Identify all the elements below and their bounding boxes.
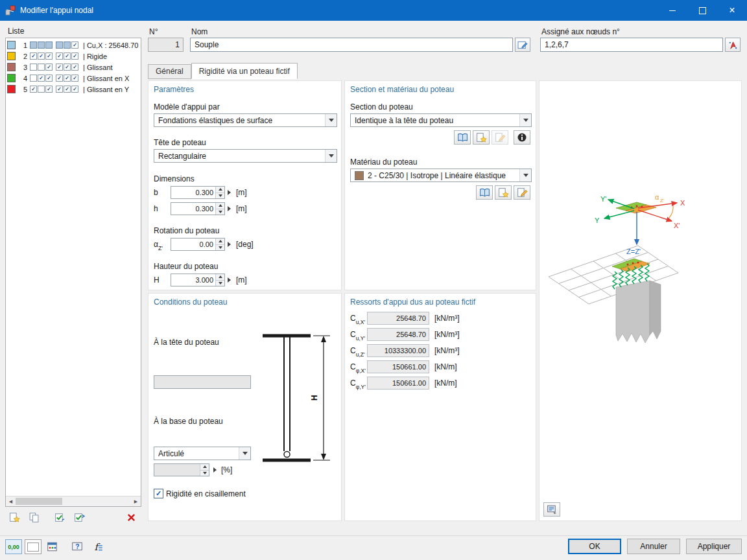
maximize-button[interactable] — [687, 0, 717, 21]
chevron-down-icon[interactable] — [239, 447, 250, 460]
cancel-button[interactable]: Annuler — [627, 539, 680, 554]
column-section-combo[interactable]: Identique à la tête du poteau — [350, 113, 532, 127]
dim-h-input[interactable]: 0.300 — [171, 202, 225, 215]
ok-button[interactable]: OK — [568, 539, 621, 554]
dof-mark — [38, 64, 45, 71]
column-base-combo[interactable]: Articulé — [154, 447, 251, 460]
help-button[interactable]: ? — [69, 539, 86, 554]
support-list-item[interactable]: 1 ✓ | Cu,X : 25648.70 kN — [6, 40, 141, 51]
support-list-item[interactable]: 2 ✓✓✓✓✓✓ | Rigide — [6, 51, 141, 62]
name-input[interactable]: Souple — [190, 38, 513, 52]
spring-value: 25648.70 — [367, 312, 429, 325]
section-library-button[interactable] — [454, 130, 471, 145]
column-base-label: À la base du poteau — [154, 417, 223, 426]
section-new-button[interactable] — [473, 130, 490, 145]
new-support-button[interactable] — [6, 510, 22, 524]
spring-symbol: Cφ,Y' — [350, 379, 366, 389]
dof-mark: ✓ — [64, 64, 71, 71]
minimize-button[interactable] — [658, 0, 687, 21]
chevron-down-icon[interactable] — [519, 169, 531, 181]
footer-divider — [0, 535, 747, 536]
spinner-arrows[interactable] — [215, 187, 224, 198]
axes-triad — [604, 200, 677, 244]
spinner-arrows[interactable] — [215, 274, 224, 286]
renumber-button[interactable] — [71, 510, 87, 524]
dof-mark: ✓ — [30, 52, 37, 60]
support-color-swatch — [7, 74, 16, 82]
shear-stiffness-checkbox[interactable]: ✓ — [154, 489, 163, 498]
material-edit-button[interactable] — [514, 185, 530, 200]
list-horizontal-scrollbar[interactable]: ◀ ▶ — [6, 496, 141, 506]
options-arrow-icon[interactable] — [228, 190, 231, 195]
close-button[interactable]: × — [717, 0, 747, 21]
support-model-combo[interactable]: Fondations élastiques de surface — [154, 113, 337, 127]
white-color-swatch — [27, 542, 39, 552]
material-new-button[interactable] — [495, 185, 512, 200]
column-height-input[interactable]: 3.000 — [171, 274, 225, 286]
spring-symbol: Cφ,X' — [350, 362, 366, 373]
dof-mark: ✓ — [64, 75, 71, 82]
support-list-item[interactable]: 4 ✓✓✓✓✓ | Glissant en X — [6, 73, 141, 84]
dim-b-input[interactable]: 0.300 — [171, 186, 225, 199]
spinner-arrows[interactable] — [215, 203, 224, 215]
support-3d-preview[interactable]: Y' Y X X' Z=Z' α Z' — [540, 81, 741, 520]
function-editor-button[interactable]: f — [89, 539, 106, 554]
dof-mark: ✓ — [45, 75, 53, 82]
section-info-button[interactable] — [514, 130, 530, 145]
dof-mark-group: ✓✓ — [30, 86, 53, 93]
column-scheme-diagram: H — [254, 329, 338, 475]
column-height-label: Hauteur du poteau — [154, 262, 218, 271]
fictitious-column — [616, 281, 661, 343]
apply-button[interactable]: Appliquer — [686, 539, 742, 554]
number-label: N° — [149, 27, 158, 36]
support-list-item[interactable]: 5 ✓✓✓✓✓ | Glissant en Y — [6, 84, 141, 95]
column-base-value: Articulé — [158, 449, 239, 458]
support-color-swatch — [7, 41, 16, 49]
dof-mark — [45, 41, 53, 49]
options-arrow-icon[interactable] — [228, 206, 231, 211]
check-list-icon — [54, 512, 65, 523]
decimal-places-button[interactable]: 0,00 — [5, 539, 22, 554]
options-arrow-icon[interactable] — [228, 277, 231, 283]
decimal-places-label: 0,00 — [8, 544, 19, 550]
dof-mark — [30, 75, 37, 82]
spinner-arrows[interactable] — [215, 239, 224, 250]
support-dof-marks: ✓✓✓✓✓ — [30, 75, 82, 82]
display-settings-button[interactable] — [44, 539, 61, 554]
chevron-down-icon[interactable] — [325, 114, 337, 126]
display-properties-button[interactable] — [543, 502, 560, 517]
background-color-button[interactable] — [25, 539, 42, 554]
window-title: Modifier l'appui nodal — [20, 6, 93, 15]
options-arrow-icon — [213, 467, 217, 472]
select-nodes-button[interactable] — [725, 38, 741, 52]
chevron-down-icon[interactable] — [325, 150, 337, 162]
column-head-combo[interactable]: Rectangulaire — [154, 149, 337, 163]
material-library-button[interactable] — [476, 185, 493, 200]
tab-strip: Général Rigidité via un poteau fictif — [148, 64, 298, 79]
dof-mark: ✓ — [71, 52, 78, 60]
options-arrow-icon[interactable] — [228, 242, 231, 247]
edit-pencil-icon — [495, 132, 506, 143]
unit-label: [kN/m] — [434, 379, 457, 388]
scroll-thumb[interactable] — [16, 498, 62, 505]
delete-support-button[interactable] — [123, 510, 139, 524]
dof-mark: ✓ — [64, 86, 71, 93]
apply-check-button[interactable] — [52, 510, 67, 524]
copy-support-button[interactable] — [26, 510, 42, 524]
chevron-down-icon[interactable] — [519, 114, 531, 126]
height-dimension-label: H — [310, 395, 319, 401]
column-section-label: Section du poteau — [350, 102, 413, 111]
shear-stiffness-label: Rigidité en cisaillement — [166, 489, 246, 498]
support-number: 5 — [19, 86, 27, 93]
edit-name-button[interactable] — [515, 38, 530, 52]
tab-rigidity-fictitious-column[interactable]: Rigidité via un poteau fictif — [191, 63, 298, 79]
support-list-item[interactable]: 3 ✓✓✓✓ | Glissant — [6, 62, 141, 73]
scroll-left-arrow[interactable]: ◀ — [6, 499, 16, 504]
rotation-input[interactable]: 0.00 — [171, 238, 225, 251]
column-material-combo[interactable]: 2 - C25/30 | Isotrope | Linéaire élastiq… — [350, 169, 532, 182]
assigned-nodes-input[interactable]: 1,2,6,7 — [540, 38, 723, 52]
assigned-nodes-label: Assigné aux nœuds n° — [541, 27, 620, 36]
tab-general[interactable]: Général — [148, 64, 191, 79]
spring-value: 25648.70 — [367, 328, 429, 341]
scroll-right-arrow[interactable]: ▶ — [131, 499, 141, 504]
